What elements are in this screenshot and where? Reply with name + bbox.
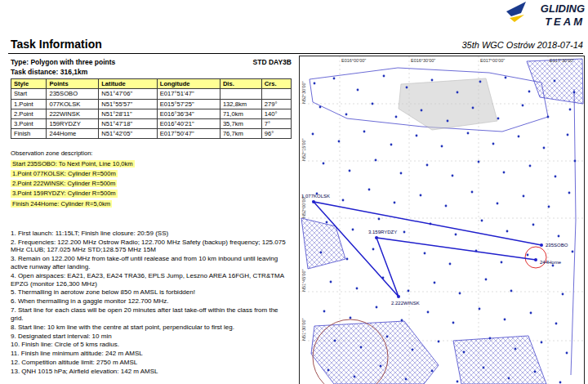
task-table-row: 2.Point222WINSKN51°28'11"E016°36'34"71,0…	[11, 109, 292, 118]
task-table-col-dis: Dis.	[220, 79, 261, 89]
task-table-cell: 76,7km	[220, 128, 261, 138]
task-table-cell: 140°	[261, 109, 291, 118]
gliding-team-logo: GLIDING TEAM	[505, 0, 586, 33]
waypoint-marker	[534, 258, 537, 261]
task-table: StylePointsLatitudeLongitudeDis.Crs. Sta…	[11, 78, 292, 139]
grid-label-longitude: E017°30'00"	[550, 58, 574, 63]
grid-label-latitude: N51°30'00"	[301, 318, 306, 341]
task-table-cell	[261, 89, 291, 99]
note-line: 2. Frequencies: 122.200 MHz Ostrow Radio…	[11, 239, 292, 255]
task-table-cell: N51°55'57"	[99, 99, 158, 109]
task-table-cell: N51°47'18"	[99, 118, 158, 128]
task-sheet-page: { "logo": {"line1": "GLIDING", "line2": …	[0, 0, 588, 384]
task-table-col-crs: Crs.	[261, 79, 291, 89]
task-table-cell: 077KOLSK	[47, 99, 99, 109]
task-distance: Task distance: 316,1km	[11, 68, 292, 76]
task-table-cell: E016°36'34"	[157, 109, 220, 118]
note-line: 4. Open airspaces: EA21, EA23, EA24 TRA3…	[11, 272, 292, 288]
note-line: 11. Finish line minimum altitude: 242 m …	[11, 350, 292, 358]
task-table-header: StylePointsLatitudeLongitudeDis.Crs.	[11, 79, 292, 89]
note-line: 9. Designated start interval: 10 min	[11, 333, 292, 341]
task-table-cell: N51°47'06"	[99, 89, 158, 99]
task-table-cell: 7°	[261, 118, 291, 128]
task-table-cell: 3.Point	[11, 118, 47, 128]
note-line: 3. Remain on 122.200 MHz from take-off u…	[11, 255, 292, 271]
note-line: 13. QNH 1015 hPa; Airfield elevation: 14…	[11, 368, 292, 376]
task-table-cell: 96°	[261, 128, 291, 138]
task-table-cell: E016°40'21"	[157, 118, 220, 128]
note-line: 7. Start line for each class will be ope…	[11, 306, 292, 323]
task-table-cell: E015°57'25"	[157, 99, 220, 109]
task-table-cell: 35,7km	[220, 118, 261, 128]
task-table-cell: 235SOBO	[47, 89, 99, 99]
waypoint-marker	[540, 243, 543, 247]
task-table-row: Start235SOBON51°47'06"E017°51'47"	[11, 89, 292, 99]
task-table-cell: 244Home	[47, 128, 99, 138]
note-line: 12. Competition altitude limit: 2750 m A…	[11, 359, 292, 367]
task-table-cell: 132,8km	[220, 99, 261, 109]
task-map: 235SOBO244Home1.077KOLSK2.222WINSK3.159R…	[299, 56, 585, 384]
grid-label-latitude: N52°00'00"	[301, 195, 306, 218]
task-table-cell: 222WINSK	[47, 109, 99, 118]
task-table-cell: 2.Point	[11, 109, 47, 118]
waypoint-label: 2.222WINSK	[391, 301, 420, 306]
grid-label-latitude: N51°45'00"	[301, 269, 306, 292]
observation-zone-line: Finish 244Home: Cylinder R=5,0km	[11, 200, 112, 208]
observation-zone-line: 2.Point 222WINSK: Cylinder R=500m	[11, 180, 117, 187]
task-table-cell	[220, 89, 261, 99]
waypoint-marker	[312, 200, 315, 203]
task-day-badge: STD DAY3B	[253, 58, 292, 66]
task-table-row: 3.Point159RYDZYN51°47'18"E016°40'21"35,7…	[11, 118, 292, 128]
logo-line1: GLIDING	[541, 2, 585, 15]
map-task-route	[314, 202, 541, 297]
observation-zone-line: 3.Point 159RYDZY: Cylinder R=500m	[11, 190, 118, 197]
waypoint-label: 3.159RYDZY	[368, 230, 397, 234]
task-type: Type: Polygon with three points	[11, 58, 115, 66]
task-table-row: 1.Point077KOLSKN51°55'57"E015°57'25"132,…	[11, 99, 292, 109]
note-line: 6. When thermalling in a gaggle monitor …	[11, 297, 292, 306]
observation-label: Observation zone description:	[11, 150, 292, 157]
observation-zone-line: Start 235SOBO: To Next Point, Line 10,0k…	[11, 160, 135, 167]
logo-line2: TEAM	[545, 16, 585, 28]
observation-zones: Start 235SOBO: To Next Point, Line 10,0k…	[11, 160, 292, 208]
task-table-col-longitude: Longitude	[157, 79, 220, 89]
task-table-cell: 1.Point	[11, 99, 47, 109]
note-line: 8. Start line: 10 km line with the centr…	[11, 324, 292, 332]
briefing-notes: 1. First launch: 11:15LT; Finish line cl…	[11, 230, 292, 376]
header-divider	[8, 53, 583, 54]
logo-glider-icon	[506, 2, 526, 16]
grid-label-longitude: E016°00'00"	[341, 58, 366, 63]
task-info-panel: Type: Polygon with three points STD DAY3…	[11, 58, 292, 377]
task-table-col-points: Points	[47, 79, 99, 89]
task-table-cell: 279°	[261, 99, 291, 109]
waypoint-marker	[397, 295, 400, 298]
note-line: 5. Thermalling in aerotow zone below 850…	[11, 288, 292, 297]
task-table-row: Finish244HomeN51°42'05"E017°50'47"76,7km…	[11, 128, 292, 138]
page-title: Task Information	[11, 38, 102, 51]
waypoint-marker	[375, 236, 378, 239]
task-table-cell: N51°28'11"	[99, 109, 158, 118]
waypoint-label: 244Home	[540, 260, 562, 265]
task-map-canvas: 235SOBO244Home1.077KOLSK2.222WINSK3.159R…	[300, 56, 584, 384]
task-table-cell: E017°51'47"	[157, 89, 220, 99]
task-table-cell: E017°50'47"	[157, 128, 220, 138]
grid-label-latitude: N52°30'00"	[301, 81, 306, 104]
grid-label-longitude: E017°00'00"	[480, 58, 505, 63]
grid-label-longitude: E016°30'00"	[411, 58, 435, 63]
task-table-cell: 71,0km	[220, 109, 261, 118]
task-table-cell: N51°42'05"	[99, 128, 158, 138]
map-airspace-layer	[301, 59, 583, 384]
waypoint-label: 235SOBO	[546, 243, 568, 248]
task-table-col-style: Style	[11, 79, 47, 89]
task-table-col-latitude: Latitude	[99, 79, 158, 89]
task-table-cell: Finish	[11, 128, 47, 138]
note-line: 10. Finish line: Circle of 5 kms radius.	[11, 341, 292, 349]
grid-label-latitude: N52°15'00"	[301, 138, 306, 161]
note-line: 1. First launch: 11:15LT; Finish line cl…	[11, 230, 292, 238]
observation-zone-line: 1.Point 077KOLSK: Cylinder R=500m	[11, 170, 118, 177]
event-title: 35th WGC Ostrów 2018-07-14	[461, 40, 583, 50]
task-table-cell: Start	[11, 89, 47, 99]
task-table-cell: 159RYDZY	[47, 118, 99, 128]
